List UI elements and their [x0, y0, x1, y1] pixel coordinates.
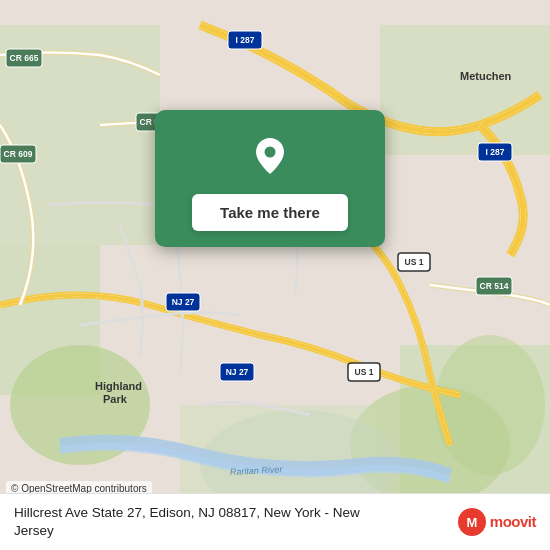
svg-text:CR 609: CR 609 [4, 149, 33, 159]
svg-point-34 [265, 147, 276, 158]
popup-card: Take me there [155, 110, 385, 247]
svg-text:US 1: US 1 [405, 257, 424, 267]
svg-text:CR 665: CR 665 [10, 53, 39, 63]
svg-text:Metuchen: Metuchen [460, 70, 512, 82]
moovit-logo: M moovit [458, 508, 536, 536]
svg-text:US 1: US 1 [355, 367, 374, 377]
take-me-there-button[interactable]: Take me there [192, 194, 348, 231]
map-container: Raritan River [0, 0, 550, 550]
svg-text:Highland: Highland [95, 380, 142, 392]
svg-text:M: M [466, 515, 477, 530]
moovit-logo-text: moovit [490, 513, 536, 530]
bottom-bar: Hillcrest Ave State 27, Edison, NJ 08817… [0, 493, 550, 550]
svg-text:CR 514: CR 514 [480, 281, 509, 291]
location-pin-icon [243, 128, 297, 182]
map-svg: Raritan River [0, 0, 550, 550]
svg-text:I 287: I 287 [486, 147, 505, 157]
svg-text:NJ 27: NJ 27 [226, 367, 249, 377]
svg-text:Park: Park [103, 393, 128, 405]
svg-rect-3 [380, 25, 550, 155]
svg-text:I 287: I 287 [236, 35, 255, 45]
svg-text:NJ 27: NJ 27 [172, 297, 195, 307]
svg-point-6 [435, 335, 545, 475]
moovit-logo-icon: M [458, 508, 486, 536]
address-text: Hillcrest Ave State 27, Edison, NJ 08817… [14, 504, 384, 540]
